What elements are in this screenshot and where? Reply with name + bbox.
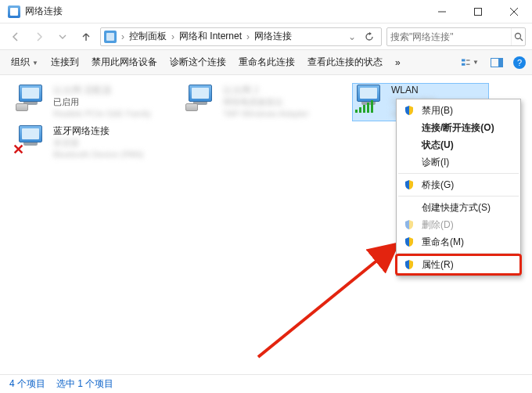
crumb-network-internet[interactable]: 网络和 Internet: [179, 30, 242, 43]
view-options-button[interactable]: ▼: [462, 54, 479, 71]
adapter-detail: Bluetooth Device (PAN): [53, 149, 143, 160]
disconnected-icon: ✕: [13, 141, 24, 158]
chevron-right-icon: ›: [245, 31, 251, 42]
ctx-bridge[interactable]: 桥接(G): [398, 176, 519, 193]
crumb-control-panel[interactable]: 控制面板: [129, 30, 167, 43]
svg-rect-4: [466, 59, 470, 61]
content-area: 以太网 适配器 已启用 Realtek PCIe GbE Family 以太网 …: [0, 75, 532, 374]
search-box[interactable]: [386, 27, 526, 46]
menu-separator: [398, 173, 519, 174]
ctx-create-shortcut[interactable]: 创建快捷方式(S): [398, 199, 519, 216]
connect-to-button[interactable]: 连接到: [46, 53, 84, 71]
shield-icon: [403, 178, 415, 191]
network-adapter-item[interactable]: 以太网 2 网络电缆被拔出 TAP-Windows Adapter: [184, 83, 348, 121]
refresh-button[interactable]: [361, 28, 378, 45]
window-title: 网络连接: [25, 5, 63, 18]
address-bar[interactable]: › 控制面板 › 网络和 Internet › 网络连接 ⌄: [100, 27, 382, 46]
shield-icon: [403, 104, 415, 117]
bluetooth-adapter-icon: ✕: [16, 125, 47, 153]
network-adapter-item[interactable]: 以太网 适配器 已启用 Realtek PCIe GbE Family: [14, 83, 178, 121]
svg-line-8: [258, 246, 395, 357]
adapter-name: WLAN: [391, 85, 458, 96]
item-count: 4 个项目: [9, 377, 45, 391]
wlan-adapter-icon: [354, 85, 385, 113]
svg-rect-2: [462, 59, 466, 61]
ctx-disable[interactable]: 禁用(B): [398, 102, 519, 119]
organize-menu[interactable]: 组织▼: [6, 53, 43, 71]
adapter-name: 以太网 适配器: [53, 85, 151, 96]
svg-rect-5: [466, 63, 470, 65]
search-button[interactable]: [511, 28, 525, 45]
adapter-status: 网络电缆被拔出: [223, 96, 309, 108]
ethernet-adapter-icon: [185, 85, 217, 113]
diagnose-button[interactable]: 诊断这个连接: [165, 53, 231, 71]
preview-pane-button[interactable]: [488, 54, 505, 71]
chevron-down-icon[interactable]: ⌄: [347, 31, 358, 42]
shield-icon: [403, 218, 415, 231]
menu-separator: [398, 196, 519, 196]
adapter-name: 以太网 2: [223, 85, 309, 96]
ctx-delete: 删除(D): [398, 216, 519, 233]
crumb-network-connections[interactable]: 网络连接: [254, 30, 292, 43]
close-button[interactable]: [496, 0, 532, 23]
svg-rect-3: [462, 63, 466, 65]
shield-icon: [403, 258, 415, 271]
bluetooth-adapter-item[interactable]: ✕ 蓝牙网络连接 未连接 Bluetooth Device (PAN): [14, 124, 178, 162]
ethernet-adapter-icon: [16, 85, 47, 113]
disable-device-button[interactable]: 禁用此网络设备: [87, 53, 162, 71]
selected-count: 选中 1 个项目: [56, 377, 113, 391]
ctx-rename[interactable]: 重命名(M): [398, 233, 519, 251]
maximize-button[interactable]: [460, 0, 496, 23]
adapter-detail: Realtek PCIe GbE Family: [53, 108, 151, 120]
annotation-arrow: [250, 232, 415, 365]
adapter-status: 已启用: [53, 96, 151, 108]
help-button[interactable]: ?: [513, 56, 526, 69]
adapter-name: 蓝牙网络连接: [53, 125, 143, 137]
forward-button[interactable]: [30, 27, 49, 46]
chevron-down-icon: ▼: [30, 59, 38, 67]
rename-button[interactable]: 重命名此连接: [234, 53, 300, 71]
adapter-detail: TAP-Windows Adapter: [223, 108, 309, 120]
view-status-button[interactable]: 查看此连接的状态: [303, 53, 387, 71]
svg-point-1: [515, 33, 520, 38]
ctx-properties[interactable]: 属性(R): [398, 256, 519, 273]
adapter-status: 未连接: [53, 137, 143, 149]
toolbar: 组织▼ 连接到 禁用此网络设备 诊断这个连接 重命名此连接 查看此连接的状态 »…: [0, 50, 532, 75]
back-button[interactable]: [6, 27, 25, 46]
ctx-diagnose[interactable]: 诊断(I): [398, 153, 519, 171]
chevron-right-icon: ›: [170, 31, 176, 42]
svg-rect-7: [498, 58, 503, 67]
shield-icon: [403, 236, 415, 248]
app-icon: [8, 5, 20, 18]
ctx-connect-disconnect[interactable]: 连接/断开连接(O): [398, 119, 519, 136]
chevron-right-icon: ›: [120, 31, 126, 42]
recent-dropdown[interactable]: [53, 27, 72, 46]
minimize-button[interactable]: [424, 0, 460, 23]
ctx-status[interactable]: 状态(U): [398, 136, 519, 153]
control-panel-icon: [104, 31, 117, 43]
context-menu: 禁用(B) 连接/断开连接(O) 状态(U) 诊断(I) 桥接(G) 创建快捷方…: [396, 99, 521, 276]
up-button[interactable]: [77, 27, 95, 46]
status-bar: 4 个项目 选中 1 个项目: [0, 374, 532, 393]
more-menu[interactable]: »: [390, 55, 405, 70]
svg-rect-0: [475, 8, 482, 15]
menu-separator: [398, 253, 519, 254]
search-input[interactable]: [387, 28, 511, 45]
